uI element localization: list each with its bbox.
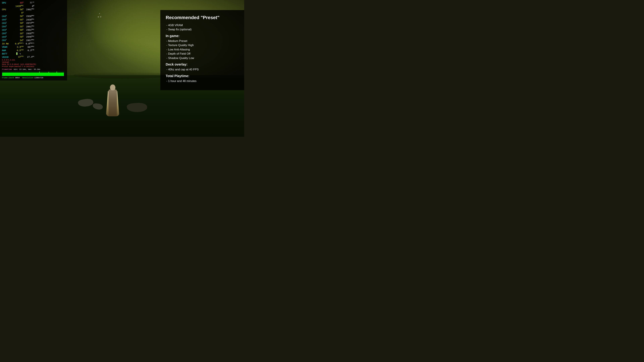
frametime-graph: [2, 71, 64, 76]
in-game-item-4: - Depth of Field Off: [166, 52, 238, 56]
version-line3: Mesa 22.2.0-devel (git-03db7b91fb): [2, 63, 65, 65]
ram-row: RAM 6.5GiB 0.3GiB: [2, 49, 65, 52]
vram-label: VRAM: [2, 46, 14, 49]
gpu-clock: 1439MHz: [15, 5, 24, 8]
cpu-label: CPU: [2, 8, 14, 11]
frametime-info: Frametime min: 22.1ms, max: 35.2ms: [2, 68, 65, 71]
deck-section: Deck overlay: - 40hz and cap at 40 FPS: [166, 62, 238, 72]
version-line4: Proton experimental-7.0-20221012: [2, 65, 65, 68]
hud-indicators: ⚡ ◆ W: [98, 12, 101, 18]
gpu-usage: 89%: [15, 1, 24, 4]
char-head: [110, 84, 116, 90]
batt-label: BATT: [2, 52, 14, 55]
in-game-title: In game:: [166, 34, 238, 38]
frametime-label: Frametime: [2, 68, 12, 70]
cpu-usage: 56%: [15, 8, 24, 11]
cpu-core-1: CPU1 55% 2939MHz: [2, 18, 65, 21]
cpu-core-6: CPU6 58% 2946MHz: [2, 35, 65, 39]
char-body: [108, 89, 117, 116]
bottom-stats: Frame Count 9054 Resolution 1280x720: [2, 77, 65, 79]
preset-item-1: - 4GB VRAM: [166, 23, 238, 27]
resolution-label: Resolution: [22, 77, 33, 79]
preset-section: - 4GB VRAM - Swap fix (optional): [166, 23, 238, 32]
in-game-item-1: - Medium Preset: [166, 39, 238, 43]
gpu-label: GPU: [2, 1, 14, 4]
gpu-temp: 77°C: [24, 1, 34, 4]
io-label: IO RW: [2, 42, 14, 45]
cpu-core-4: CPU4 60% 2961MHz: [2, 28, 65, 32]
playtime-title: Total Playtime:: [166, 74, 238, 78]
cpu-power: 5W: [15, 11, 24, 14]
io-rw-row: IO RW 0.0MiB/s 0.0MiB/s: [2, 42, 65, 45]
cpu-core-2: CPU2 59% 2873MHz: [2, 22, 65, 25]
version-info: 2.6.0/1.3.211 VanGogh Mesa 22.2.0-devel …: [2, 59, 65, 68]
version-line1: 2.6.0/1.3.211: [2, 59, 65, 61]
gpu-power: 8W: [24, 5, 34, 8]
deck-item-1: - 40hz and cap at 40 FPS: [166, 67, 238, 72]
cpu-row: CPU 56% 2961MHz: [2, 8, 65, 11]
vkd3d-label: VKD3D: [2, 56, 14, 59]
cpu-power-row: 5W: [2, 11, 65, 14]
frame-count-label: Frame Count: [2, 77, 14, 79]
cpu-core-7: CPU7 54% 2957MHz: [2, 39, 65, 42]
gpu-clock-row: 1439MHz 8W: [2, 5, 65, 8]
battery-icon: 🔋: [16, 52, 18, 55]
in-game-item-3: - Low Anti-Aliasing: [166, 47, 238, 52]
in-game-section: In game: - Medium Preset - Texture Quali…: [166, 34, 238, 60]
batt-cursor: ✎: [20, 52, 21, 55]
frame-count-stat: Frame Count 9054: [2, 77, 20, 79]
batt-row: BATT 🔋 ✎: [2, 52, 65, 55]
hud-panel: GPU 89% 77°C 1439MHz 8W CPU 56% 2961MHz …: [0, 0, 67, 80]
gpu-row: GPU 89% 77°C: [2, 1, 65, 4]
cpu-cores-section: CPU0 56% 2938MHz CPU1 55% 2939MHz CPU2 5…: [2, 15, 65, 42]
vkd3d-row: VKD3D 37FPS 27.4ms: [2, 55, 65, 59]
spike-1: [39, 71, 40, 73]
playtime-item-1: - 1 hour and 48 minutes: [166, 79, 238, 83]
nav-icon: ◆ W: [98, 15, 101, 18]
cpu-core-3: CPU3 55% 2861MHz: [2, 25, 65, 28]
ram-label: RAM: [2, 49, 14, 52]
character: [103, 79, 123, 116]
frame-count-val: 9054: [15, 77, 20, 79]
cpu-core-5: CPU5 55% 2935MHz: [2, 32, 65, 35]
info-title: Recommended "Preset": [166, 15, 238, 20]
cpu-core-0: CPU0 56% 2938MHz: [2, 15, 65, 18]
resolution-val: 1280x720: [34, 77, 43, 79]
resolution-stat: Resolution 1280x720: [22, 77, 43, 79]
lightning-icon: ⚡: [99, 12, 100, 15]
info-panel: Recommended "Preset" - 4GB VRAM - Swap f…: [160, 10, 244, 90]
playtime-section: Total Playtime: - 1 hour and 48 minutes: [166, 74, 238, 83]
vram-row: VRAM 3.3GiB 687MHz: [2, 45, 65, 49]
spike-3: [56, 71, 57, 73]
frametime-range: min: 22.1ms, max: 35.2ms: [14, 68, 40, 70]
cpu-clock: 2961MHz: [24, 8, 34, 11]
spike-2: [48, 72, 49, 73]
frametime-bar: [2, 72, 64, 76]
in-game-item-2: - Texture Quality High: [166, 43, 238, 47]
in-game-item-5: - Shadow Quality Low: [166, 56, 238, 60]
preset-item-2: - Swap fix (optional): [166, 27, 238, 32]
deck-title: Deck overlay:: [166, 62, 238, 66]
version-line2: VanGogh: [2, 61, 65, 63]
